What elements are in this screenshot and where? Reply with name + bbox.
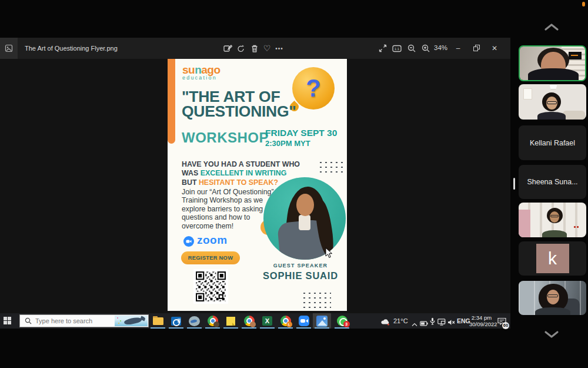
svg-text:1:1: 1:1	[395, 47, 400, 51]
taskbar-photos-active[interactable]	[313, 313, 331, 329]
taskbar-chrome-profile-3[interactable]: L	[276, 313, 295, 329]
outlook-icon	[171, 317, 181, 326]
taskbar-zoom-app[interactable]	[295, 313, 313, 329]
photo-icon	[5, 44, 13, 52]
search-icon	[25, 317, 32, 324]
minimize-button[interactable]: –	[449, 38, 467, 59]
workshop-label: WORKSHOP	[182, 130, 269, 146]
recording-indicator-dot	[582, 2, 585, 6]
panel-scrollbar-thumb[interactable]	[513, 178, 515, 190]
excel-icon: X	[262, 316, 272, 326]
actual-size-icon[interactable]: 1:1	[390, 42, 403, 55]
taskbar-app-fish[interactable]	[185, 313, 203, 329]
edit-image-button[interactable]	[221, 42, 234, 55]
zoom-out-icon[interactable]	[405, 42, 418, 55]
flyer-title: "THE ART OF QUESTIONING"	[182, 89, 335, 119]
close-button[interactable]: ✕	[486, 38, 503, 59]
temperature-value[interactable]: 21°C	[393, 317, 408, 324]
weather-cloud-icon[interactable]	[380, 317, 391, 328]
favorite-heart-icon[interactable]: ♡	[260, 42, 273, 55]
participant-name: Sheena Suna...	[527, 178, 577, 186]
participant-video-tile[interactable]	[519, 45, 586, 81]
avatar-letter: k	[548, 248, 557, 268]
volume-muted-icon[interactable]	[447, 317, 455, 328]
zoom-meeting-window: The Art of Questioning Flyer.png ♡ ••• 1…	[0, 0, 588, 368]
start-button[interactable]	[4, 317, 12, 325]
chrome-icon	[244, 316, 255, 326]
taskbar-chrome-profile-1[interactable]	[203, 313, 222, 329]
guest-speaker-name: SOPHIE SUAID	[256, 270, 345, 281]
sunago-logo: sunago education	[182, 64, 220, 81]
search-input[interactable]	[35, 317, 112, 324]
whatsapp-badge: 3	[343, 321, 350, 327]
see-all-photos-button[interactable]	[0, 38, 18, 59]
zoom-app-icon	[299, 316, 309, 326]
participant-name: Kellani Rafael	[530, 139, 575, 147]
chrome-icon: L	[280, 316, 291, 326]
restore-button[interactable]	[468, 38, 486, 59]
photos-app-icon	[316, 316, 328, 327]
qr-code	[193, 269, 228, 304]
participant-video	[519, 281, 586, 315]
taskbar-search-box[interactable]	[19, 314, 149, 327]
event-datetime: FRIDAY SEPT 30 2:30PM MYT	[265, 128, 337, 148]
participant-name-tile[interactable]: Sheena Suna...	[519, 165, 586, 199]
fish-app-icon	[189, 316, 200, 326]
taskbar-sticky-notes[interactable]	[222, 313, 240, 329]
chrome-icon	[208, 316, 218, 326]
language-indicator[interactable]: ENG	[457, 317, 470, 324]
zoom-level-value: 34%	[434, 44, 447, 51]
participant-video-tile[interactable]	[519, 281, 586, 315]
photos-app-titlebar: The Art of Questioning Flyer.png ♡ ••• 1…	[0, 38, 510, 59]
more-options-button[interactable]: •••	[273, 42, 286, 55]
participant-name-tile[interactable]: Kellani Rafael	[519, 125, 586, 160]
zoom-wordmark: zoom	[197, 234, 228, 247]
whatsapp-icon: 3	[337, 316, 348, 326]
file-explorer-icon	[153, 317, 163, 325]
sticky-notes-icon	[226, 317, 235, 326]
microphone-icon[interactable]	[430, 317, 435, 327]
zoom-in-icon[interactable]	[419, 42, 432, 55]
participant-video	[519, 203, 586, 237]
search-highlight-whale-art[interactable]	[115, 316, 148, 326]
fullscreen-expand-icon[interactable]	[376, 42, 389, 55]
rotate-button[interactable]	[234, 42, 247, 55]
battery-icon[interactable]	[420, 318, 428, 329]
mouse-cursor	[325, 247, 333, 258]
flyer-body-text: Join our “Art Of Questioning” Training W…	[182, 188, 274, 230]
clock-date: 30/09/2022	[469, 321, 494, 327]
taskbar-excel[interactable]: X	[258, 313, 276, 329]
action-center-icon[interactable]: 60	[497, 317, 506, 327]
notification-count-badge: 60	[502, 322, 509, 329]
taskbar-chrome-profile-2[interactable]	[240, 313, 258, 329]
collapse-panel-chevron-down-icon[interactable]	[544, 330, 559, 339]
flyer-orange-accent-bar	[168, 59, 175, 144]
participant-video	[519, 84, 586, 120]
dots-decoration-bottom	[302, 291, 331, 309]
flyer-image: sunago education ? "THE ART OF QUESTIONI…	[168, 59, 347, 311]
speaker-photo	[263, 177, 346, 260]
participant-video-active-speaker	[520, 47, 585, 80]
avatar: k	[536, 244, 569, 273]
collapse-panel-chevron-up-icon[interactable]	[544, 23, 559, 31]
participant-video-tile[interactable]	[519, 84, 586, 120]
restore-icon	[473, 45, 480, 52]
tray-chevron-up-icon[interactable]	[412, 319, 417, 329]
guest-speaker-label: GUEST SPEAKER	[256, 263, 345, 268]
participant-avatar-tile[interactable]: k	[519, 241, 586, 276]
dots-decoration-top	[318, 160, 345, 174]
taskbar-clock[interactable]: 2:34 pm 30/09/2022	[469, 314, 494, 327]
taskbar-file-explorer[interactable]	[149, 313, 167, 329]
shared-screen: The Art of Questioning Flyer.png ♡ ••• 1…	[0, 38, 510, 329]
taskbar-outlook[interactable]	[167, 313, 185, 329]
window-title: The Art of Questioning Flyer.png	[25, 45, 118, 52]
photo-canvas[interactable]: sunago education ? "THE ART OF QUESTIONI…	[0, 59, 510, 313]
delete-button[interactable]	[248, 42, 261, 55]
display-cast-icon[interactable]	[437, 317, 446, 328]
guest-speaker-block: GUEST SPEAKER SOPHIE SUAID	[256, 263, 345, 281]
register-now-button: REGISTER NOW	[181, 251, 240, 264]
zoom-logo-icon	[183, 236, 194, 247]
windows-taskbar: X L 3 21°C ENG	[0, 313, 510, 329]
taskbar-whatsapp[interactable]: 3	[333, 313, 351, 329]
participant-video-tile[interactable]	[519, 203, 586, 237]
